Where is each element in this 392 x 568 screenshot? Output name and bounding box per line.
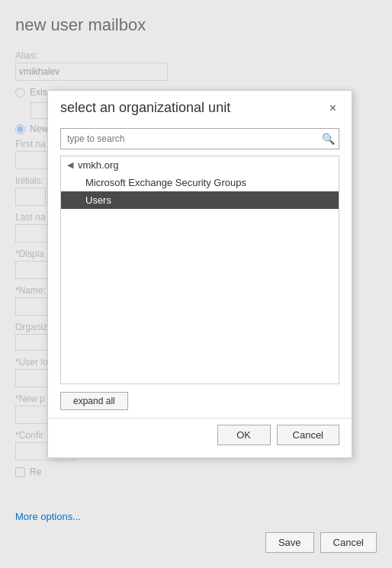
search-icon: 🔍	[322, 133, 335, 145]
search-input[interactable]	[60, 128, 339, 149]
tree-node-users[interactable]: Users	[61, 191, 339, 209]
expand-all-row: expand all	[48, 384, 352, 418]
cancel-dialog-button[interactable]: Cancel	[277, 425, 339, 445]
tree-node-root[interactable]: ◀ vmkh.org	[61, 156, 339, 174]
dialog-title: select an organizational unit	[60, 100, 230, 116]
search-container: 🔍	[60, 128, 339, 149]
save-button[interactable]: Save	[265, 532, 314, 553]
org-unit-dialog: select an organizational unit × 🔍 ◀ vmkh…	[47, 90, 352, 458]
more-options-link[interactable]: More options...	[15, 511, 81, 522]
collapse-icon: ◀	[67, 160, 73, 170]
cancel-page-button[interactable]: Cancel	[320, 532, 377, 553]
dialog-search-area: 🔍	[48, 122, 352, 156]
tree-users-label: Users	[85, 194, 111, 206]
tree-exchange-label: Microsoft Exchange Security Groups	[85, 177, 246, 188]
page-footer: Save Cancel	[265, 532, 377, 553]
ok-button[interactable]: OK	[217, 425, 271, 445]
tree-container: ◀ vmkh.org Microsoft Exchange Security G…	[60, 156, 339, 384]
tree-node-exchange[interactable]: Microsoft Exchange Security Groups	[61, 174, 339, 191]
tree-root-label: vmkh.org	[78, 159, 118, 171]
dialog-header: select an organizational unit ×	[48, 91, 352, 122]
close-button[interactable]: ×	[326, 102, 339, 114]
dialog-footer: OK Cancel	[48, 418, 352, 457]
expand-all-button[interactable]: expand all	[60, 392, 128, 410]
